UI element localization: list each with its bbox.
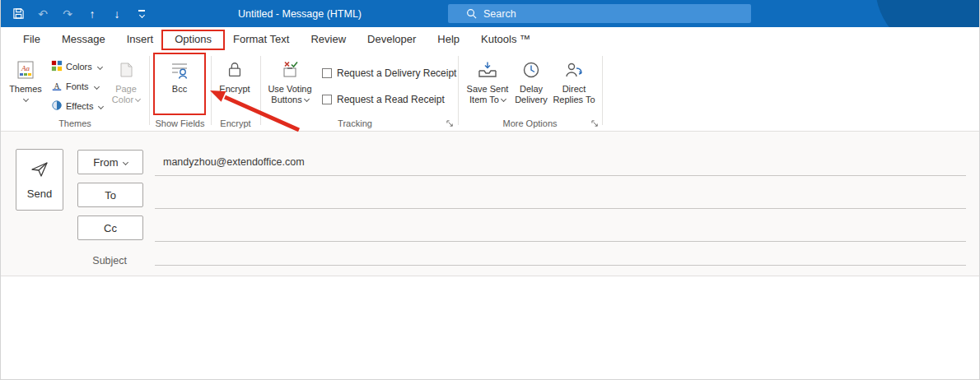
tab-kutools[interactable]: Kutools ™ — [470, 27, 541, 51]
from-address[interactable]: mandyzhou@extendoffice.com — [163, 155, 305, 169]
page-color-button[interactable]: Page Color — [106, 53, 146, 120]
search-input[interactable] — [483, 8, 722, 20]
svg-text:Aa: Aa — [21, 64, 30, 72]
direct-replies-to-button[interactable]: Direct Replies To — [551, 53, 597, 120]
undo-icon[interactable]: ↶ — [35, 4, 50, 24]
save-sent-tray-icon — [477, 58, 498, 81]
window-title: Untitled - Message (HTML) — [238, 0, 362, 27]
encrypt-button[interactable]: Encrypt — [213, 53, 256, 120]
colors-icon — [51, 60, 63, 73]
ribbon: Aa Themes Colors A — [1, 51, 979, 132]
compose-header: Send From mandyzhou@extendoffice.com To … — [1, 132, 979, 276]
tab-label: File — [23, 33, 40, 45]
tab-file[interactable]: File — [12, 27, 51, 51]
voting-label: Use Voting — [268, 84, 311, 95]
ribbon-tab-row: File Message Insert Options Format Text … — [1, 27, 979, 51]
colors-label: Colors — [66, 62, 92, 72]
person-reply-icon — [563, 58, 585, 81]
tab-label: Review — [310, 33, 346, 45]
tab-label: Help — [437, 33, 460, 45]
to-button[interactable]: To — [77, 183, 143, 207]
tab-review[interactable]: Review — [300, 27, 357, 51]
tab-label: Insert — [127, 33, 154, 45]
delivery-receipt-label: Request a Delivery Receipt — [337, 67, 456, 79]
tab-options[interactable]: Options — [164, 27, 222, 51]
save-sent-item-to-button[interactable]: Save Sent Item To — [464, 53, 511, 120]
effects-button[interactable]: Effects — [49, 97, 105, 115]
chevron-down-icon — [304, 96, 310, 102]
effects-icon — [51, 100, 63, 113]
effects-label: Effects — [66, 101, 93, 111]
tab-label: Developer — [367, 33, 416, 45]
tab-developer[interactable]: Developer — [357, 27, 427, 51]
send-button[interactable]: Send — [16, 149, 63, 211]
direct-replies-label: Direct — [562, 84, 586, 95]
bcc-button[interactable]: Bcc — [157, 53, 202, 120]
bcc-icon — [169, 58, 190, 81]
tab-help[interactable]: Help — [427, 27, 470, 51]
tab-label: Kutools ™ — [481, 33, 530, 45]
page-color-label: Color — [112, 95, 133, 104]
encrypt-label: Encrypt — [219, 84, 250, 95]
save-icon[interactable] — [11, 4, 26, 24]
chevron-down-icon — [93, 83, 99, 89]
redo-icon[interactable]: ↷ — [60, 4, 75, 24]
move-up-icon[interactable]: ↑ — [85, 4, 100, 24]
page-color-icon — [118, 58, 134, 81]
tab-message[interactable]: Message — [51, 27, 116, 51]
tracking-dialog-launcher-icon[interactable] — [444, 118, 455, 129]
delay-delivery-label: Delay — [520, 84, 543, 95]
direct-replies-label: Replies To — [553, 95, 595, 104]
search-box[interactable] — [448, 4, 751, 23]
subject-label: Subject — [77, 255, 127, 266]
to-label: To — [105, 189, 116, 202]
fonts-button[interactable]: A Fonts — [49, 77, 101, 95]
save-sent-label: Item To — [469, 95, 499, 104]
group-divider — [260, 56, 261, 125]
checkbox-icon[interactable] — [322, 68, 332, 78]
svg-text:A: A — [54, 81, 60, 90]
delay-delivery-label: Delivery — [515, 95, 548, 104]
chevron-down-icon — [135, 96, 141, 102]
tab-insert[interactable]: Insert — [116, 27, 165, 51]
more-options-dialog-launcher-icon[interactable] — [589, 118, 600, 129]
tab-label: Message — [62, 33, 105, 45]
chevron-down-icon — [123, 159, 128, 165]
themes-icon: Aa — [16, 58, 35, 81]
cc-field-underline[interactable] — [155, 241, 966, 242]
group-divider — [458, 56, 459, 125]
read-receipt-checkbox-row[interactable]: Request a Read Receipt — [322, 94, 445, 105]
group-divider — [211, 56, 212, 125]
read-receipt-label: Request a Read Receipt — [337, 94, 445, 105]
save-sent-label: Save Sent — [467, 84, 509, 95]
quick-access-toolbar: ↶ ↷ ↑ ↓ — [11, 0, 149, 27]
use-voting-buttons-button[interactable]: Use Voting Buttons — [264, 53, 315, 120]
to-field-underline[interactable] — [155, 208, 966, 209]
cc-button[interactable]: Cc — [77, 215, 143, 240]
voting-label: Buttons — [271, 95, 301, 104]
from-button[interactable]: From — [77, 150, 143, 174]
chevron-down-icon — [501, 96, 506, 102]
delay-delivery-button[interactable]: Delay Delivery — [513, 53, 549, 120]
tab-label: Options — [175, 33, 212, 45]
more-options-group-label: More Options — [458, 118, 602, 128]
outlook-message-window: ↶ ↷ ↑ ↓ Untitled - Message (HTML) File M… — [0, 0, 980, 380]
colors-button[interactable]: Colors — [49, 58, 105, 76]
page-color-label: Page — [115, 84, 137, 95]
bcc-label: Bcc — [172, 84, 187, 95]
customize-toolbar-icon[interactable] — [134, 4, 149, 24]
themes-button[interactable]: Aa Themes — [6, 53, 45, 120]
send-paper-plane-icon — [30, 160, 49, 182]
delivery-receipt-checkbox-row[interactable]: Request a Delivery Receipt — [322, 67, 456, 79]
tab-format-text[interactable]: Format Text — [222, 27, 300, 51]
subject-field-underline[interactable] — [155, 265, 966, 266]
voting-ballot-icon — [279, 58, 301, 81]
show-fields-group-label: Show Fields — [149, 118, 211, 128]
group-divider — [602, 56, 603, 125]
message-body[interactable] — [1, 276, 979, 380]
decorative-circle — [875, 0, 979, 27]
chevron-down-icon — [22, 96, 28, 102]
encrypt-group-label: Encrypt — [211, 118, 260, 128]
checkbox-icon[interactable] — [322, 95, 332, 104]
move-down-icon[interactable]: ↓ — [110, 4, 124, 24]
